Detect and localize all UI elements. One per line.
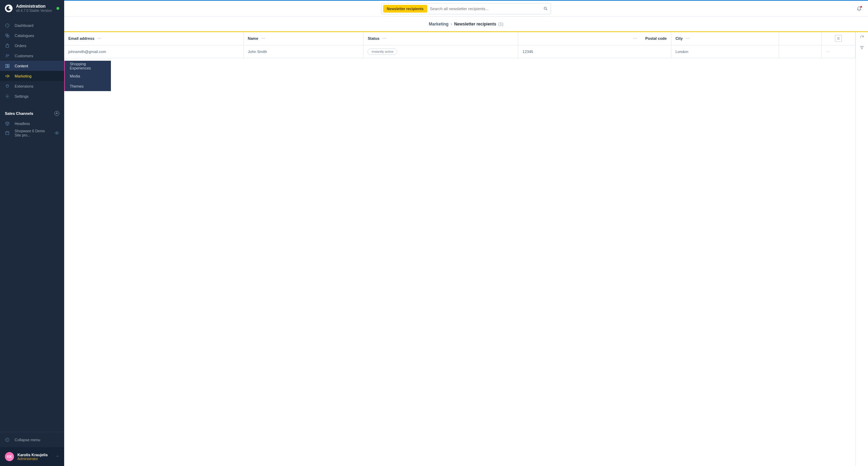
user-role: Administrator: [17, 457, 48, 461]
column-menu-icon[interactable]: ⋯: [382, 36, 387, 41]
channel-demo-site[interactable]: Shopware 6 Demo Site pro...: [0, 128, 64, 138]
layout-icon: [5, 64, 10, 68]
chevron-right-icon: ›: [451, 22, 452, 27]
breadcrumb: Marketing › Newsletter recipients (1): [64, 17, 868, 31]
cell-postal: 12345: [518, 45, 671, 58]
notifications-button[interactable]: [856, 6, 862, 13]
content-submenu: Shopping Experiences Media Themes: [64, 61, 111, 91]
cell-email: johnsmith@gmail.com: [64, 45, 243, 58]
table-header-row: Email address⋯ Name⋯ Status⋯ ⋯ Postal co…: [64, 32, 855, 45]
cell-spare: [779, 45, 822, 58]
eye-icon[interactable]: [54, 131, 59, 135]
submenu-media[interactable]: Media: [65, 71, 111, 81]
nav-label: Catalogues: [15, 34, 34, 38]
col-header-actions: [822, 32, 855, 45]
status-badge: Instantly active: [368, 49, 397, 55]
col-header-status[interactable]: Status⋯: [363, 32, 518, 45]
svg-rect-2: [7, 35, 9, 37]
global-search[interactable]: Newsletter recipients: [381, 3, 551, 14]
shopware-logo-icon: [6, 6, 12, 11]
col-label: Status: [368, 36, 379, 40]
nav-item-marketing[interactable]: Marketing: [0, 71, 64, 81]
col-label: Email address: [68, 36, 95, 40]
refresh-button[interactable]: [860, 35, 864, 40]
breadcrumb-root[interactable]: Marketing: [429, 22, 448, 27]
megaphone-icon: [5, 74, 10, 79]
app-logo: [5, 5, 13, 12]
column-menu-icon[interactable]: ⋯: [97, 36, 102, 41]
column-menu-icon[interactable]: ⋯: [686, 36, 690, 41]
filter-button[interactable]: [860, 45, 864, 51]
nav-item-orders[interactable]: Orders: [0, 40, 64, 51]
search-button[interactable]: [540, 6, 551, 11]
layers-icon: [5, 33, 10, 38]
nav-item-content[interactable]: Content: [0, 61, 64, 71]
sidebar-header: Administration v6.4.7.0 Stable Version: [0, 0, 64, 17]
col-header-spare: [779, 32, 822, 45]
column-settings-button[interactable]: [835, 35, 842, 42]
avatar: KK: [5, 452, 14, 461]
nav-label: Orders: [15, 44, 27, 48]
plug-icon: [5, 84, 10, 89]
cell-name: John Smith: [243, 45, 363, 58]
svg-rect-9: [6, 132, 9, 134]
cube-icon: [5, 121, 10, 126]
col-header-name[interactable]: Name⋯: [243, 32, 363, 45]
svg-point-11: [6, 438, 9, 442]
svg-rect-1: [6, 34, 8, 36]
svg-point-10: [56, 132, 58, 133]
search-input[interactable]: [427, 3, 540, 14]
gauge-icon: [5, 23, 10, 28]
user-menu[interactable]: KK Karolis Kraujelis Administrator: [0, 447, 64, 466]
storefront-icon: [5, 131, 10, 135]
sales-channels-heading: Sales Channels +: [0, 101, 64, 119]
svg-point-4: [8, 54, 9, 56]
col-header-postal[interactable]: ⋯ Postal code: [518, 32, 671, 45]
svg-point-3: [6, 54, 8, 56]
top-bar: Newsletter recipients: [64, 0, 868, 17]
cell-actions: ⋯: [822, 45, 855, 58]
nav-item-dashboard[interactable]: Dashboard: [0, 20, 64, 30]
nav-label: Content: [15, 64, 28, 68]
nav-item-catalogues[interactable]: Catalogues: [0, 30, 64, 40]
col-header-city[interactable]: City⋯: [671, 32, 779, 45]
status-dot-icon: [56, 7, 59, 10]
notification-dot-icon: [860, 6, 862, 8]
cell-city: London: [671, 45, 779, 58]
col-header-email[interactable]: Email address⋯: [64, 32, 243, 45]
table-row[interactable]: johnsmith@gmail.com John Smith Instantly…: [64, 45, 855, 58]
nav-label: Extensions: [15, 84, 33, 88]
submenu-shopping-experiences[interactable]: Shopping Experiences: [65, 61, 111, 71]
svg-rect-6: [8, 64, 9, 66]
collapse-menu-button[interactable]: Collapse menu: [0, 432, 64, 447]
user-name: Karolis Kraujelis: [17, 453, 48, 457]
submenu-themes[interactable]: Themes: [65, 81, 111, 91]
channel-label: Shopware 6 Demo Site pro...: [15, 129, 50, 137]
add-channel-button[interactable]: +: [54, 111, 59, 116]
breadcrumb-page: Newsletter recipients: [454, 22, 496, 27]
nav-item-customers[interactable]: Customers: [0, 51, 64, 61]
col-label: Postal code: [645, 36, 667, 40]
app-title: Administration: [16, 4, 52, 9]
main-content: Newsletter recipients Marketing › Newsle…: [64, 0, 868, 466]
row-actions-button[interactable]: ⋯: [826, 49, 830, 54]
section-title: Sales Channels: [5, 111, 33, 116]
users-icon: [5, 53, 10, 58]
nav-item-extensions[interactable]: Extensions: [0, 81, 64, 91]
primary-nav: Dashboard Catalogues Orders Customers Co…: [0, 17, 64, 101]
breadcrumb-count: (1): [498, 22, 504, 27]
column-menu-icon[interactable]: ⋯: [261, 36, 266, 41]
gear-icon: [5, 94, 10, 99]
recipients-table: Email address⋯ Name⋯ Status⋯ ⋯ Postal co…: [64, 32, 855, 58]
cell-status: Instantly active: [363, 45, 518, 58]
column-menu-icon[interactable]: ⋯: [633, 36, 637, 41]
nav-label: Dashboard: [15, 23, 33, 28]
sidebar: Administration v6.4.7.0 Stable Version D…: [0, 0, 64, 466]
search-scope-tag[interactable]: Newsletter recipients: [383, 5, 427, 13]
channel-headless[interactable]: Headless: [0, 119, 64, 128]
nav-item-settings[interactable]: Settings: [0, 91, 64, 101]
chevron-up-icon: [56, 454, 59, 459]
nav-label: Marketing: [15, 74, 31, 78]
collapse-label: Collapse menu: [15, 438, 40, 442]
svg-rect-5: [6, 64, 7, 67]
